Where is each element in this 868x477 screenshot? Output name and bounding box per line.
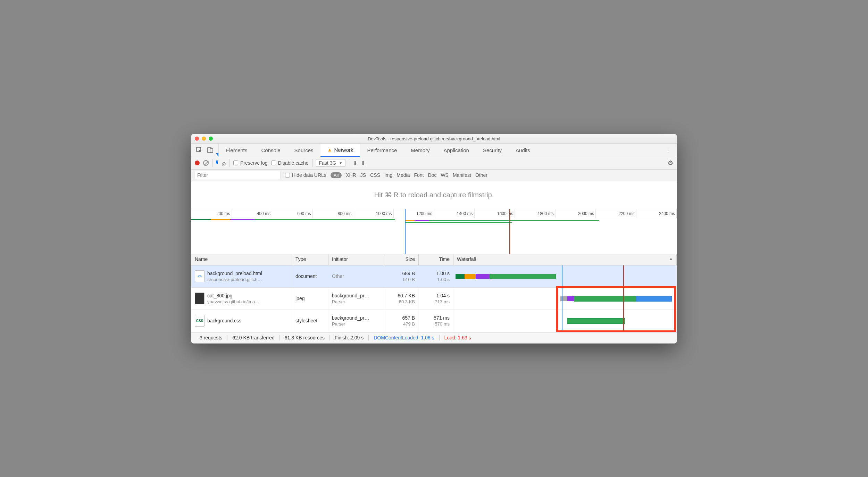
- request-row[interactable]: cat_800.jpgyoavweiss.github.io/ima… jpeg…: [191, 288, 677, 310]
- inspect-element-icon[interactable]: [196, 147, 202, 153]
- dcl-marker: [405, 209, 406, 254]
- tab-performance[interactable]: Performance: [360, 144, 404, 157]
- filter-type-font[interactable]: Font: [414, 172, 424, 178]
- waterfall-bar: [453, 288, 677, 310]
- status-resources: 61.3 KB resources: [280, 335, 330, 340]
- status-bar: 3 requests 62.0 KB transferred 61.3 KB r…: [191, 332, 677, 343]
- filter-type-img[interactable]: Img: [384, 172, 392, 178]
- status-load: Load: 1.63 s: [440, 335, 476, 340]
- window-controls: [195, 137, 213, 141]
- filter-type-css[interactable]: CSS: [370, 172, 380, 178]
- waterfall-bar: [453, 265, 677, 287]
- request-row[interactable]: CSSbackground.css stylesheet background_…: [191, 310, 677, 332]
- hide-data-urls-checkbox[interactable]: Hide data URLs: [285, 172, 326, 178]
- tab-elements[interactable]: Elements: [219, 144, 254, 157]
- tab-audits[interactable]: Audits: [509, 144, 537, 157]
- initiator-link[interactable]: background_pr…: [332, 315, 380, 321]
- filter-toggle-icon[interactable]: [216, 157, 218, 170]
- status-transferred: 62.0 KB transferred: [227, 335, 279, 340]
- download-har-icon[interactable]: ⬇: [361, 160, 365, 166]
- request-row[interactable]: <>background_preload.htmlresponsive-prel…: [191, 265, 677, 288]
- tab-memory[interactable]: Memory: [404, 144, 436, 157]
- col-header-initiator[interactable]: Initiator: [328, 254, 384, 265]
- svg-rect-2: [210, 149, 213, 153]
- requests-table-body: <>background_preload.htmlresponsive-prel…: [191, 265, 677, 332]
- network-toolbar: Preserve log Disable cache Fast 3G▼ ⬆ ⬇ …: [191, 157, 677, 170]
- load-marker-table: [623, 265, 624, 332]
- requests-table-header: Name Type Initiator Size Time Waterfall▲: [191, 254, 677, 265]
- status-dcl: DOMContentLoaded: 1.06 s: [369, 335, 439, 340]
- initiator-link[interactable]: background_pr…: [332, 293, 380, 298]
- preserve-log-checkbox[interactable]: Preserve log: [233, 160, 268, 166]
- filter-type-xhr[interactable]: XHR: [346, 172, 356, 178]
- disable-cache-checkbox[interactable]: Disable cache: [271, 160, 309, 166]
- titlebar: DevTools - responsive-preload.glitch.me/…: [191, 134, 677, 144]
- col-header-type[interactable]: Type: [292, 254, 328, 265]
- warning-icon: ▲: [327, 147, 332, 153]
- filter-bar: Hide data URLs All XHR JS CSS Img Media …: [191, 170, 677, 181]
- status-finish: Finish: 2.09 s: [330, 335, 369, 340]
- file-html-icon: <>: [195, 270, 205, 282]
- filter-type-media[interactable]: Media: [397, 172, 410, 178]
- window-title: DevTools - responsive-preload.glitch.me/…: [191, 136, 677, 141]
- tab-console[interactable]: Console: [254, 144, 287, 157]
- filmstrip-hint: Hit ⌘ R to reload and capture filmstrip.: [191, 181, 677, 209]
- timeline-ruler: 200 ms400 ms600 ms 800 ms1000 ms1200 ms …: [191, 209, 677, 218]
- status-requests: 3 requests: [195, 335, 227, 340]
- panel-tabs: Elements Console Sources ▲Network Perfor…: [191, 144, 677, 157]
- tab-application[interactable]: Application: [437, 144, 476, 157]
- filter-type-manifest[interactable]: Manifest: [453, 172, 471, 178]
- close-window-button[interactable]: [195, 137, 199, 141]
- devtools-window: DevTools - responsive-preload.glitch.me/…: [191, 134, 677, 344]
- load-marker: [509, 209, 510, 254]
- file-image-icon: [195, 293, 205, 304]
- upload-har-icon[interactable]: ⬆: [353, 160, 357, 166]
- tab-network[interactable]: ▲Network: [320, 144, 360, 157]
- filter-type-doc[interactable]: Doc: [428, 172, 436, 178]
- col-header-waterfall[interactable]: Waterfall▲: [453, 254, 677, 265]
- col-header-name[interactable]: Name: [191, 254, 292, 265]
- dcl-marker-table: [562, 265, 562, 332]
- timeline-overview[interactable]: 200 ms400 ms600 ms 800 ms1000 ms1200 ms …: [191, 209, 677, 254]
- search-icon[interactable]: [222, 159, 226, 167]
- filter-type-all[interactable]: All: [331, 172, 342, 178]
- waterfall-bar: [453, 310, 677, 332]
- maximize-window-button[interactable]: [209, 137, 213, 141]
- more-menu-icon[interactable]: ⋮: [659, 146, 677, 154]
- file-css-icon: CSS: [195, 315, 205, 327]
- col-header-size[interactable]: Size: [384, 254, 419, 265]
- filter-input[interactable]: [194, 171, 281, 179]
- col-header-time[interactable]: Time: [419, 254, 453, 265]
- minimize-window-button[interactable]: [202, 137, 206, 141]
- filter-type-other[interactable]: Other: [475, 172, 487, 178]
- clear-button[interactable]: [203, 160, 209, 166]
- device-toolbar-icon[interactable]: [207, 147, 214, 153]
- tab-sources[interactable]: Sources: [287, 144, 320, 157]
- filter-type-js[interactable]: JS: [360, 172, 366, 178]
- throttling-select[interactable]: Fast 3G▼: [316, 159, 346, 167]
- record-button[interactable]: [195, 161, 200, 165]
- settings-icon[interactable]: ⚙: [668, 159, 673, 167]
- sort-indicator-icon: ▲: [669, 256, 673, 261]
- tab-security[interactable]: Security: [476, 144, 509, 157]
- filter-type-ws[interactable]: WS: [441, 172, 449, 178]
